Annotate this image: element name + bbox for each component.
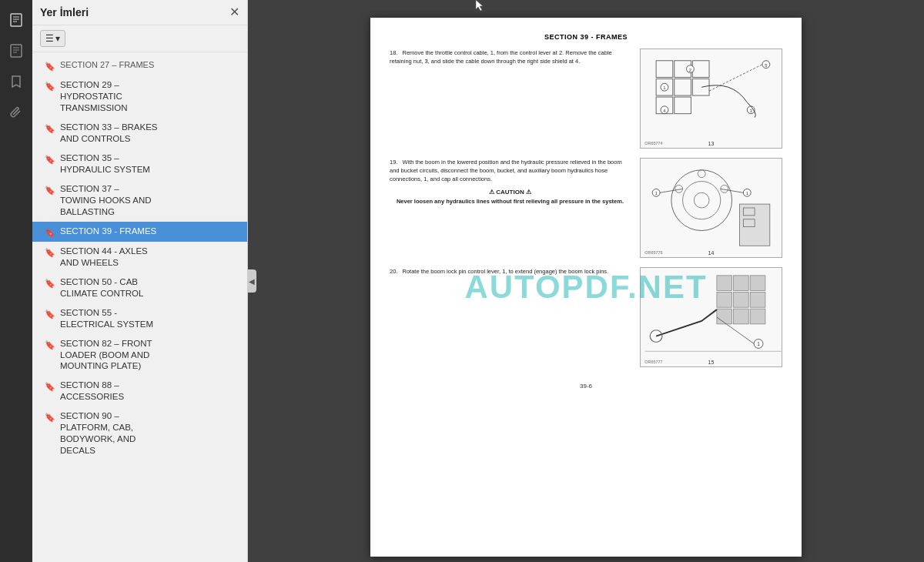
attachment-icon[interactable] bbox=[2, 99, 30, 126]
sidebar-item-section-88[interactable]: 🔖 SECTION 88 –ACCESSORIES bbox=[32, 376, 247, 406]
figure-15-label: 15 bbox=[708, 360, 715, 365]
sidebar-item-section-29[interactable]: 🔖 SECTION 29 –HYDROSTATICTRANSMISSION bbox=[32, 75, 247, 118]
figure-13-label: 13 bbox=[708, 141, 715, 146]
sidebar-item-section-37[interactable]: 🔖 SECTION 37 –TOWING HOOKS ANDBALLASTING bbox=[32, 179, 247, 222]
bookmark-icon: 🔖 bbox=[45, 185, 55, 196]
sidebar-item-section-82[interactable]: 🔖 SECTION 82 – FRONTLOADER (BOOM ANDMOUN… bbox=[32, 334, 247, 376]
sidebar-item-label: SECTION 90 –PLATFORM, CAB,BODYWORK, ANDD… bbox=[60, 410, 239, 457]
svg-text:OR65776: OR65776 bbox=[644, 250, 662, 255]
sidebar-item-label: SECTION 27 – FRAMES bbox=[60, 59, 239, 70]
bookmark-icon: 🔖 bbox=[45, 123, 55, 134]
bookmark-icon: 🔖 bbox=[45, 247, 55, 258]
svg-rect-48 bbox=[750, 275, 765, 290]
pdf-page: AUTOPDF.NET SECTION 39 - FRAMES 18. Remo… bbox=[370, 18, 802, 557]
page-number: 39-6 bbox=[390, 383, 782, 390]
sidebar-item-label: SECTION 82 – FRONTLOADER (BOOM ANDMOUNTI… bbox=[60, 338, 239, 373]
step-20-drawing: 1 OR65777 bbox=[641, 268, 782, 366]
sidebar-item-label: SECTION 44 - AXLESAND WHEELS bbox=[60, 246, 239, 269]
sidebar-close-button[interactable]: ✕ bbox=[229, 6, 239, 18]
document-icon[interactable] bbox=[2, 6, 30, 34]
svg-text:2: 2 bbox=[689, 67, 691, 72]
main-content: AUTOPDF.NET SECTION 39 - FRAMES 18. Remo… bbox=[248, 0, 924, 562]
sidebar-item-section-44[interactable]: 🔖 SECTION 44 - AXLESAND WHEELS bbox=[32, 242, 247, 273]
caution-text: Never loosen any hydraulics lines withou… bbox=[390, 197, 631, 206]
sidebar-panel: Yer İmleri ✕ ☰ ▾ 🔖 SECTION 27 – FRAMES 🔖… bbox=[32, 0, 248, 562]
step-20-text: 20. Rotate the boom lock pin control lev… bbox=[390, 267, 631, 276]
step-19-text: 19. With the boom in the lowered positio… bbox=[390, 158, 631, 209]
sidebar-item-label: SECTION 88 –ACCESSORIES bbox=[60, 380, 239, 403]
sidebar-item-label: SECTION 39 - FRAMES bbox=[60, 226, 239, 237]
step-20-image: 1 OR65777 15 bbox=[640, 267, 782, 367]
sidebar-item-section-27[interactable]: 🔖 SECTION 27 – FRAMES bbox=[32, 55, 247, 75]
svg-rect-52 bbox=[717, 309, 732, 324]
figure-14-label: 14 bbox=[708, 250, 715, 256]
bookmark-icon: 🔖 bbox=[45, 412, 55, 423]
sidebar-item-label: SECTION 55 -ELECTRICAL SYSTEM bbox=[60, 307, 239, 330]
sidebar-item-label: SECTION 33 – BRAKESAND CONTROLS bbox=[60, 122, 239, 145]
bookmark-icon[interactable] bbox=[2, 68, 30, 95]
sidebar-menu-button[interactable]: ☰ ▾ bbox=[40, 30, 65, 47]
step-20-number: 20. bbox=[390, 268, 397, 275]
svg-text:1: 1 bbox=[757, 341, 760, 346]
sidebar-item-label: SECTION 35 –HYDRAULIC SYSTEM bbox=[60, 152, 239, 176]
svg-text:1: 1 bbox=[663, 85, 665, 90]
svg-rect-4 bbox=[11, 45, 22, 57]
step-18-number: 18. bbox=[390, 49, 397, 56]
bookmark-icon: 🔖 bbox=[45, 154, 55, 165]
step-18-drawing: 2 1 3 4 5 bbox=[641, 49, 782, 148]
sidebar-item-section-33[interactable]: 🔖 SECTION 33 – BRAKESAND CONTROLS bbox=[32, 118, 247, 149]
sidebar-item-section-35[interactable]: 🔖 SECTION 35 –HYDRAULIC SYSTEM bbox=[32, 149, 247, 179]
cursor-icon bbox=[471, 0, 487, 12]
svg-text:OR65774: OR65774 bbox=[644, 141, 662, 146]
step-19-number: 19. bbox=[390, 159, 397, 166]
step-19-drawing: 1 1 OR65776 bbox=[641, 159, 782, 257]
svg-rect-51 bbox=[750, 292, 765, 307]
svg-rect-47 bbox=[734, 275, 749, 290]
svg-rect-54 bbox=[750, 309, 765, 324]
bookmark-icon: 🔖 bbox=[45, 309, 55, 319]
menu-icon: ☰ bbox=[45, 33, 54, 44]
sidebar-list: 🔖 SECTION 27 – FRAMES 🔖 SECTION 29 –HYDR… bbox=[32, 52, 247, 562]
sidebar-item-label: SECTION 37 –TOWING HOOKS ANDBALLASTING bbox=[60, 183, 239, 218]
pdf-viewer[interactable]: AUTOPDF.NET SECTION 39 - FRAMES 18. Remo… bbox=[248, 12, 924, 562]
svg-rect-53 bbox=[734, 309, 749, 324]
sidebar-toolbar: ☰ ▾ bbox=[32, 25, 247, 52]
bookmark-list-icon[interactable] bbox=[2, 37, 30, 65]
sidebar-header: Yer İmleri ✕ bbox=[32, 0, 247, 25]
svg-rect-0 bbox=[11, 14, 22, 26]
svg-rect-49 bbox=[717, 292, 732, 307]
step-19-image: 1 1 OR65776 14 bbox=[640, 158, 782, 258]
bookmark-icon: 🔖 bbox=[45, 381, 55, 392]
svg-text:1: 1 bbox=[654, 191, 657, 196]
svg-rect-8 bbox=[641, 49, 781, 148]
bookmark-icon: 🔖 bbox=[45, 227, 55, 238]
bookmark-icon: 🔖 bbox=[45, 340, 55, 350]
dropdown-arrow-icon: ▾ bbox=[55, 33, 60, 44]
sidebar-title: Yer İmleri bbox=[40, 6, 89, 18]
svg-rect-46 bbox=[717, 275, 732, 290]
step-18-text: 18. Remove the throttle control cable, 1… bbox=[390, 49, 631, 66]
sidebar-item-section-55[interactable]: 🔖 SECTION 55 -ELECTRICAL SYSTEM bbox=[32, 303, 247, 334]
bookmark-icon: 🔖 bbox=[45, 61, 55, 72]
step-20-row: 20. Rotate the boom lock pin control lev… bbox=[390, 267, 782, 367]
step-19-row: 19. With the boom in the lowered positio… bbox=[390, 158, 782, 258]
svg-text:OR65777: OR65777 bbox=[644, 360, 662, 364]
bookmark-icon: 🔖 bbox=[45, 81, 55, 92]
caution-title: ⚠ CAUTION ⚠ bbox=[390, 188, 631, 197]
sidebar-collapse-handle[interactable]: ◀ bbox=[247, 269, 256, 293]
sidebar-item-section-90[interactable]: 🔖 SECTION 90 –PLATFORM, CAB,BODYWORK, AN… bbox=[32, 406, 247, 460]
sidebar-item-section-39[interactable]: 🔖 SECTION 39 - FRAMES bbox=[32, 222, 247, 242]
left-toolbar bbox=[0, 0, 32, 562]
sidebar-item-label: SECTION 50 - CABCLIMATE CONTROL bbox=[60, 276, 239, 299]
step-18-image: 2 1 3 4 5 bbox=[640, 49, 782, 149]
svg-rect-50 bbox=[734, 292, 749, 307]
sidebar-item-section-50[interactable]: 🔖 SECTION 50 - CABCLIMATE CONTROL bbox=[32, 273, 247, 303]
bookmark-icon: 🔖 bbox=[45, 278, 55, 289]
sidebar-item-label: SECTION 29 –HYDROSTATICTRANSMISSION bbox=[60, 79, 239, 114]
svg-text:1: 1 bbox=[746, 191, 748, 196]
step-18-row: 18. Remove the throttle control cable, 1… bbox=[390, 49, 782, 149]
page-section-title: SECTION 39 - FRAMES bbox=[390, 33, 782, 41]
